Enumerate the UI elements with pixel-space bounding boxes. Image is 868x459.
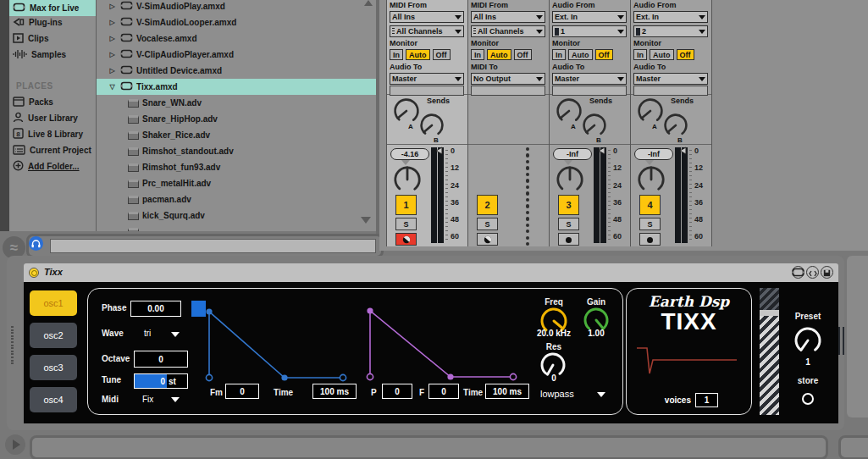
list-item[interactable]: ▷V-SimAudioLooper.amxd [97,14,376,30]
expand-icon[interactable]: ▷ [108,19,117,26]
list-item[interactable] [97,224,376,231]
phase-field[interactable]: 0.00 [130,301,181,317]
max-device-button[interactable] [792,266,804,279]
monitor-in-button[interactable]: In [552,49,566,60]
solo-button[interactable]: S [477,218,498,230]
sidebar-item-live-8-library[interactable]: 8Live 8 Library [9,126,96,142]
track-activator-button[interactable]: 1 [395,195,417,215]
output-select[interactable]: Master [633,73,708,85]
chevron-down-icon[interactable] [171,332,180,337]
output-select[interactable]: Master [552,73,627,85]
monitor-in-button[interactable]: In [471,49,484,60]
list-item[interactable]: Rimshot_fun93.adv [97,159,376,175]
monitor-off-button[interactable]: Off [595,49,613,60]
tab-osc2[interactable]: osc2 [30,323,77,348]
pan-knob[interactable] [556,165,584,197]
input-type-select[interactable]: Ext. In [552,11,627,23]
sidebar-item-add-folder-[interactable]: Add Folder... [9,158,96,174]
panel-resize-handle[interactable] [838,327,844,355]
send-a-knob[interactable] [393,97,420,128]
chevron-down-icon[interactable] [171,397,180,402]
preview-bar[interactable] [26,234,384,258]
octave-field[interactable]: 0 [134,351,188,368]
sidebar-item-samples[interactable]: Samples [9,47,96,63]
monitor-off-button[interactable]: Off [433,49,451,60]
input-type-select[interactable]: All Ins [471,11,545,23]
list-item[interactable]: Prc_metalHit.adv [97,175,376,191]
pitch-time-field[interactable]: 100 ms [485,384,529,399]
volume-field[interactable]: -Inf [553,148,592,160]
input-channel-select[interactable]: 1 [552,25,627,37]
sidebar-item-plug-ins[interactable]: Plug-ins [9,14,96,30]
device-title-bar[interactable]: Tixx [24,263,838,282]
send-b-knob[interactable] [663,113,688,141]
list-item[interactable]: ▷V-ClipAudioPlayer.amxd [97,47,376,63]
monitor-auto-button[interactable]: Auto [406,49,430,60]
send-a-knob[interactable] [637,97,664,128]
midi-select[interactable]: Fix [142,395,153,404]
store-button[interactable] [802,393,814,405]
solo-button[interactable]: S [639,218,661,230]
monitor-off-button[interactable]: Off [514,49,532,60]
arm-button[interactable] [558,233,579,246]
amp-time-field[interactable]: 100 ms [312,384,357,399]
preset-knob[interactable] [793,326,822,358]
track-2[interactable]: MIDI FromAll InsAll ChannelsMonitorInAut… [468,0,550,246]
browser-file-list[interactable]: ▷V-SimAudioPlay.amxd▷V-SimAudioLooper.am… [97,0,376,231]
pan-knob[interactable] [393,165,422,197]
list-item[interactable]: Snare_WN.adv [97,95,376,111]
expand-icon[interactable]: ▷ [108,35,117,42]
volume-field[interactable]: -4.16 [390,148,429,160]
tab-osc4[interactable]: osc4 [30,387,77,412]
send-b-knob[interactable] [419,113,445,141]
monitor-in-button[interactable]: In [390,49,403,60]
monitor-in-button[interactable]: In [633,49,647,60]
fader-triangle-icon[interactable] [435,147,443,155]
list-item[interactable]: ▷Untitled Device.amxd [97,63,376,79]
preview-scrub-bar[interactable] [50,239,376,253]
device-on-led[interactable] [29,268,39,278]
track-activator-button[interactable]: 4 [639,195,661,215]
output-select[interactable]: Master [390,73,464,85]
monitor-off-button[interactable]: Off [677,49,694,60]
input-type-select[interactable]: All Ins [390,11,464,23]
arm-button[interactable] [395,233,417,246]
sidebar-item-packs[interactable]: Packs [9,94,96,110]
scroll-down-icon[interactable] [361,217,371,224]
sidebar-item-current-project[interactable]: Current Project [9,142,96,158]
track-activator-button[interactable]: 3 [558,195,579,215]
input-channel-select[interactable]: All Channels [390,25,464,37]
pitch-envelope-display[interactable] [362,302,522,387]
arm-button[interactable] [477,233,498,246]
sidebar-item-user-library[interactable]: User Library [9,110,96,126]
track-3[interactable]: Audio FromExt. In1MonitorInAutoOffAudio … [550,0,631,246]
track-1[interactable]: MIDI FromAll InsAll ChannelsMonitorInAut… [387,0,468,246]
solo-button[interactable]: S [395,218,417,230]
p-field[interactable]: 0 [382,384,412,399]
list-item[interactable]: Rimshot_standout.adv [97,143,376,159]
tune-slider[interactable]: 0 st [134,373,188,389]
tab-osc1[interactable]: osc1 [30,290,77,316]
monitor-auto-button[interactable]: Auto [568,49,593,60]
expand-icon[interactable]: ▷ [108,51,117,58]
edit-arrows-button[interactable] [806,266,819,279]
expand-icon[interactable]: ▷ [108,3,117,10]
track-activator-button[interactable]: 2 [477,195,498,215]
list-item[interactable]: ▷V-SimAudioPlay.amxd [97,0,376,14]
volume-field[interactable]: -Inf [634,148,673,160]
list-item[interactable]: Shaker_Rice.adv [97,127,376,143]
wave-select[interactable]: tri [144,329,151,338]
list-item[interactable]: Snare_HipHop.adv [97,111,376,127]
amp-envelope-display[interactable] [201,303,353,388]
expand-icon[interactable]: ▷ [108,67,117,75]
save-disk-button[interactable] [821,266,833,279]
device-drag-handle[interactable] [11,326,14,365]
list-item[interactable]: kick_Squrq.adv [97,207,376,224]
tab-osc3[interactable]: osc3 [30,355,77,380]
fader-triangle-icon[interactable] [598,147,605,155]
headphone-icon[interactable] [29,236,43,251]
send-b-knob[interactable] [582,113,607,141]
list-item[interactable]: ▷Vocalese.amxd [97,30,376,47]
list-item[interactable]: ▽Tixx.amxd [97,79,376,95]
chevron-down-icon[interactable] [597,392,605,397]
